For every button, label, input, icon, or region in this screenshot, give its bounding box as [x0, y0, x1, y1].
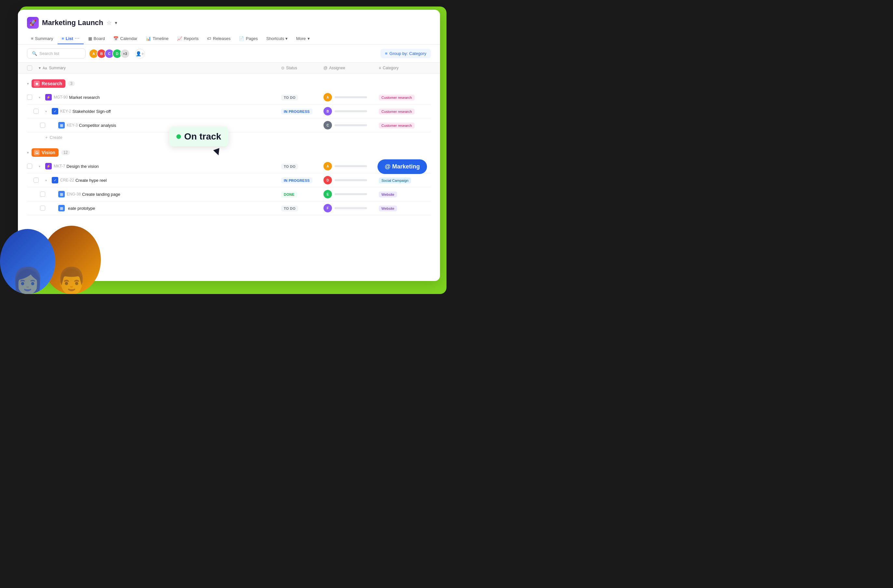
- key3-bar: [335, 124, 367, 126]
- eng38-checkbox[interactable]: [40, 192, 45, 197]
- mkt7-checkbox[interactable]: [27, 164, 32, 169]
- tab-calendar[interactable]: 📅 Calendar: [109, 33, 141, 44]
- list-icon: ≡: [62, 36, 64, 41]
- status-col-icon: ⊙: [281, 66, 284, 70]
- key3-assignee: C: [323, 121, 379, 129]
- mgt90-assignee: A: [323, 93, 379, 102]
- key2-checkbox[interactable]: [33, 109, 39, 114]
- marketing-badge: @ Marketing: [377, 159, 427, 174]
- avatar-group: A B C D +3: [89, 49, 130, 58]
- eng38-name[interactable]: Create landing page: [82, 192, 281, 197]
- cre22-checkbox[interactable]: [33, 178, 39, 183]
- group-research-toggle[interactable]: ▾: [27, 82, 29, 86]
- key3-category[interactable]: Customer research: [379, 122, 431, 129]
- tab-board[interactable]: ▦ Board: [84, 33, 109, 44]
- mkt7-name[interactable]: Design the vision: [66, 164, 281, 169]
- add-person-button[interactable]: 👤+: [135, 49, 145, 58]
- mgt90-category[interactable]: Customer research: [379, 94, 431, 100]
- star-icon[interactable]: ☆: [107, 19, 112, 26]
- eng38-status[interactable]: DONE: [281, 191, 323, 197]
- dropdown-chevron-icon[interactable]: ▾: [115, 20, 117, 26]
- cre22-expand[interactable]: ▾: [45, 178, 52, 182]
- ontrack-text: On track: [184, 131, 221, 142]
- board-icon: ▦: [88, 36, 92, 41]
- eng38-category[interactable]: Website: [379, 191, 431, 197]
- cre22-category[interactable]: Social Campaign: [379, 177, 431, 183]
- tab-timeline[interactable]: 📊 Timeline: [142, 33, 173, 44]
- mgt90-expand[interactable]: ▾: [39, 96, 45, 99]
- mgt90-id: MGT-90: [54, 95, 68, 99]
- group-vision: ▾ 🗂 Vision 12 ▾ ⚡ MKT-7 Design the visio…: [27, 147, 431, 215]
- group-by-icon: ≡: [385, 51, 388, 56]
- proto-bar: [335, 207, 367, 209]
- col-category: ≡ Category: [379, 66, 431, 70]
- mkt7-avatar: A: [323, 162, 332, 170]
- releases-icon: 🏷: [207, 36, 211, 41]
- tab-pages[interactable]: 📄 Pages: [235, 33, 262, 44]
- plus-icon: +: [45, 135, 48, 140]
- toolbar: 🔍 Search list A B C D +3 👤+ ≡ Group by: …: [18, 45, 440, 63]
- avatar-count[interactable]: +3: [120, 49, 130, 58]
- mgt90-checkbox[interactable]: [27, 94, 32, 100]
- cre22-avatar: D: [323, 176, 332, 184]
- group-by-button[interactable]: ≡ Group by: Category: [380, 49, 431, 58]
- mgt90-status[interactable]: TO DO: [281, 94, 323, 100]
- tab-releases[interactable]: 🏷 Releases: [203, 33, 234, 44]
- research-icon: ◆: [34, 81, 40, 87]
- key2-expand[interactable]: ▾: [45, 110, 52, 113]
- expand-icon: ▾: [39, 66, 41, 70]
- mkt7-assignee: A: [323, 162, 379, 170]
- cre22-status[interactable]: IN PROGRESS: [281, 177, 323, 183]
- timeline-icon: 📊: [146, 36, 151, 41]
- mkt7-bar: [335, 165, 367, 167]
- mkt7-id: MKT-7: [54, 164, 65, 168]
- key2-status[interactable]: IN PROGRESS: [281, 108, 323, 114]
- group-vision-header: ▾ 🗂 Vision 12: [27, 147, 431, 158]
- proto-name[interactable]: eate prototype: [68, 206, 281, 211]
- group-research-badge: ◆ Research: [32, 80, 65, 88]
- proto-icon: ▦: [58, 205, 65, 212]
- key2-bar: [335, 110, 367, 112]
- key2-name[interactable]: Stakeholder Sign-off: [72, 109, 281, 114]
- mgt90-avatar: A: [323, 93, 332, 102]
- key2-category[interactable]: Customer research: [379, 108, 431, 114]
- vision-count: 12: [61, 150, 70, 155]
- col-status: ⊙ Status: [281, 66, 323, 70]
- key2-assignee: B: [323, 107, 379, 116]
- key2-icon: ✓: [52, 108, 58, 114]
- calendar-icon: 📅: [113, 36, 119, 41]
- mgt90-name[interactable]: Market research: [69, 95, 281, 100]
- eng38-id: ENG-38: [67, 192, 81, 196]
- ontrack-dot: [176, 134, 181, 139]
- research-create-button[interactable]: + Create: [27, 132, 431, 142]
- proto-checkbox[interactable]: [40, 206, 45, 211]
- mkt7-status[interactable]: TO DO: [281, 163, 323, 170]
- group-vision-toggle[interactable]: ▾: [27, 151, 29, 155]
- tab-reports[interactable]: 📈 Reports: [173, 33, 203, 44]
- proto-status[interactable]: TO DO: [281, 205, 323, 212]
- mkt7-expand[interactable]: ▾: [39, 165, 45, 168]
- tab-list[interactable]: ≡ List ···: [58, 33, 83, 44]
- tab-more[interactable]: More ▾: [292, 33, 314, 44]
- cre22-name[interactable]: Create hype reel: [75, 178, 281, 183]
- tab-summary[interactable]: ≡ Summary: [27, 33, 57, 44]
- proto-category[interactable]: Website: [379, 205, 431, 212]
- reports-icon: 📈: [177, 36, 182, 41]
- eng38-avatar: E: [323, 190, 332, 198]
- tab-shortcuts[interactable]: Shortcuts ▾: [262, 33, 292, 44]
- person-photo-1: 👩: [0, 229, 55, 294]
- key3-checkbox[interactable]: [40, 123, 45, 128]
- search-icon: 🔍: [32, 51, 37, 56]
- vision-icon: 🗂: [34, 150, 40, 156]
- pages-icon: 📄: [239, 36, 244, 41]
- search-box[interactable]: 🔍 Search list: [27, 48, 86, 58]
- select-all-checkbox[interactable]: [27, 65, 32, 70]
- mgt90-icon: ⚡: [45, 94, 52, 100]
- key2-avatar: B: [323, 107, 332, 116]
- header-top: 🚀 Marketing Launch ☆ ▾: [27, 17, 431, 28]
- task-row-prototype: ▦ eate prototype TO DO F Website: [27, 201, 431, 215]
- group-research-header: ▾ ◆ Research 3: [27, 78, 431, 89]
- cre22-icon: ✓: [52, 177, 58, 183]
- header: 🚀 Marketing Launch ☆ ▾ ≡ Summary ≡ List …: [18, 10, 440, 45]
- task-row-mkt7: ▾ ⚡ MKT-7 Design the vision TO DO A Visi…: [27, 159, 431, 173]
